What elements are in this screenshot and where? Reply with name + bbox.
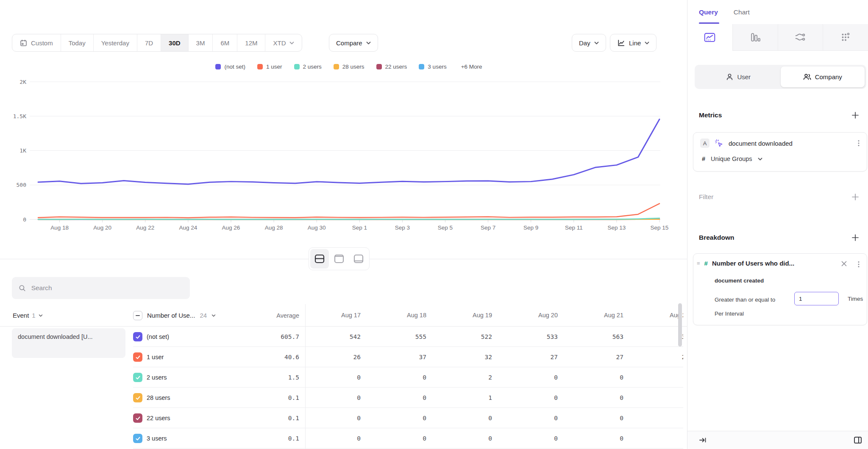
tab-chart[interactable]: Chart (734, 8, 750, 16)
row-checkbox[interactable] (133, 373, 142, 382)
row-checkbox[interactable] (133, 434, 142, 443)
table-cell: 0 (437, 408, 502, 428)
event-column-header[interactable]: Event 1 (13, 304, 43, 327)
line-chart-framed-icon (704, 33, 715, 43)
table-cell: 0 (305, 428, 371, 449)
search-icon (19, 284, 26, 292)
table-row: 28 users0.1001000 (0, 388, 687, 408)
sidebar-tabs: Query Chart (687, 0, 868, 24)
table-cell: 555 (371, 327, 437, 347)
group-column-header[interactable]: Number of Use... 24 (133, 304, 216, 327)
split-view-button[interactable] (310, 249, 329, 269)
y-axis-tick-label: 500 (17, 182, 26, 188)
row-checkbox[interactable] (133, 393, 142, 402)
compare-button[interactable]: Compare (329, 34, 378, 52)
table-row: 22 users0.1000000 (0, 408, 687, 428)
number-property-icon: # (704, 260, 708, 267)
metric-card[interactable]: A document downloaded # Unique Groups (693, 132, 867, 172)
table-cell: 0 (568, 408, 634, 428)
charttype-segmentation-tab[interactable] (687, 24, 732, 51)
charttype-bar-tab[interactable] (732, 24, 778, 51)
date-column-header[interactable]: Aug 20 (502, 304, 568, 326)
range-button-3m[interactable]: 3M (188, 34, 213, 51)
range-button-yesterday[interactable]: Yesterday (93, 34, 137, 51)
per-interval-label[interactable]: Per Interval (715, 310, 744, 317)
chevron-down-icon (645, 42, 649, 44)
add-metric-button[interactable] (851, 111, 860, 119)
aggregation-label: Unique Groups (711, 155, 752, 162)
row-divider (133, 448, 683, 449)
series-line-1-user[interactable] (38, 204, 659, 218)
breakdown-heading: Breakdown (699, 234, 734, 241)
charttype-flow-tab[interactable] (778, 24, 823, 51)
search-input[interactable] (31, 284, 183, 292)
range-button-30d[interactable]: 30D (161, 34, 188, 51)
row-average: 0.1 (237, 428, 299, 449)
add-filter-button[interactable] (851, 193, 860, 201)
row-checkbox[interactable] (133, 332, 142, 341)
date-column-header[interactable]: Aug 21 (568, 304, 634, 326)
table-cell: 0 (305, 388, 371, 408)
scope-company-label: Company (815, 73, 842, 80)
table-body: (not set)605.75425555225335635381 user40… (0, 327, 687, 449)
panel-layout-button[interactable] (854, 436, 862, 444)
breakdown-kebab-menu[interactable] (856, 261, 862, 268)
check-icon (135, 395, 141, 401)
range-button-7d[interactable]: 7D (137, 34, 161, 51)
chevron-down-icon (289, 42, 294, 44)
interval-dropdown[interactable]: Day (572, 34, 606, 52)
table-cell: 533 (502, 327, 568, 347)
select-all-checkbox[interactable] (133, 311, 142, 320)
hash-icon: # (702, 155, 705, 162)
average-column-header[interactable]: Average (237, 304, 299, 327)
remove-breakdown-button[interactable] (841, 261, 847, 267)
date-column-header[interactable]: Aug 18 (371, 304, 437, 326)
range-button-custom[interactable]: Custom (12, 34, 61, 51)
metric-kebab-menu[interactable] (856, 139, 862, 147)
breakdown-card[interactable]: ≡ # Number of Users who did... document … (693, 253, 867, 325)
row-checkbox[interactable] (133, 413, 142, 423)
range-button-today[interactable]: Today (61, 34, 93, 51)
date-column-headers: Aug 17Aug 18Aug 19Aug 20Aug 21Aug 22 (305, 304, 683, 326)
chart-type-dropdown[interactable]: Line (610, 34, 657, 52)
tab-query[interactable]: Query (699, 8, 718, 16)
series-line--not-set-[interactable] (38, 119, 659, 184)
x-axis-tick-label: Aug 28 (265, 224, 283, 231)
add-breakdown-button[interactable] (851, 233, 860, 242)
scope-user-label: User (737, 73, 751, 80)
row-checkbox[interactable] (133, 352, 142, 362)
range-button-6m[interactable]: 6M (212, 34, 237, 51)
date-column-header[interactable]: Aug 22 (634, 304, 683, 326)
table-cell: 1 (634, 367, 683, 388)
times-value-input[interactable] (794, 292, 839, 305)
row-average: 40.6 (237, 347, 299, 367)
table-row: 1 user40.6263732272728 (0, 347, 687, 367)
view-toggle-group (309, 247, 370, 270)
filter-section-header: Filter (699, 193, 860, 201)
line-chart[interactable]: 05001K1.5K2KAug 18Aug 20Aug 22Aug 24Aug … (0, 55, 687, 233)
scope-user-segment[interactable]: User (696, 67, 781, 87)
check-icon (135, 334, 141, 340)
breakdown-condition-label[interactable]: Greater than or equal to (715, 294, 775, 306)
table-cell: 0 (568, 388, 634, 408)
times-unit-label: Times (848, 294, 863, 305)
table-only-view-button[interactable] (349, 249, 368, 269)
range-button-12m[interactable]: 12M (237, 34, 265, 51)
date-column-header[interactable]: Aug 17 (305, 304, 371, 326)
bar-chart-icon (750, 32, 760, 43)
search-box[interactable] (12, 277, 190, 299)
collapse-panel-button[interactable] (699, 437, 707, 443)
table-cell: 37 (371, 347, 437, 367)
charttype-matrix-tab[interactable] (823, 24, 868, 51)
chart-only-view-button[interactable] (330, 249, 348, 269)
aggregation-selector[interactable]: # Unique Groups (702, 155, 762, 162)
drag-handle-icon[interactable]: ≡ (697, 261, 700, 265)
scope-company-segment[interactable]: Company (781, 67, 865, 87)
range-button-xtd[interactable]: XTD (265, 34, 302, 51)
series-line-2-users[interactable] (38, 218, 659, 219)
table-cell: 0 (371, 408, 437, 428)
table-cell: 0 (502, 428, 568, 449)
table-cell: 0 (502, 388, 568, 408)
table-vertical-scrollbar[interactable] (678, 303, 682, 346)
date-column-header[interactable]: Aug 19 (437, 304, 502, 326)
